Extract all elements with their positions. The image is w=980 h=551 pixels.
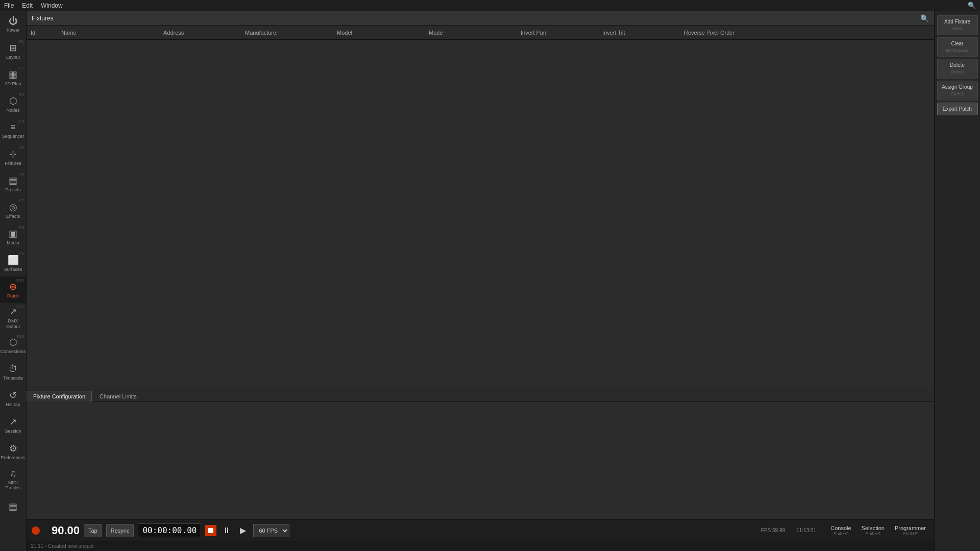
add-fixture-shortcut: Alt+A	[940, 26, 975, 32]
sidebar-item-session[interactable]: ↗ Session	[0, 412, 26, 439]
col-header-address: Address	[159, 30, 241, 36]
sidebar-item-fixtures[interactable]: F5 ⊹ Fixtures	[0, 144, 26, 170]
sidebar-item-connections[interactable]: F12 ⬡ Connections	[0, 333, 26, 359]
menu-file[interactable]: File	[4, 2, 14, 9]
programmer-button[interactable]: Programmer Shift+P	[892, 524, 929, 537]
menu-window[interactable]: Window	[41, 2, 63, 9]
clear-button[interactable]: Clear Backspace	[937, 37, 978, 57]
sidebar-item-preferences[interactable]: ⚙ Preferences	[0, 439, 26, 465]
sidebar-item-power[interactable]: ⏻ Power	[0, 11, 26, 38]
history-icon: ↺	[9, 390, 17, 401]
fps-info: FPS 59.99	[761, 528, 785, 533]
midiprofiles-icon: ♫	[10, 468, 17, 479]
tab-fixture-configuration[interactable]: Fixture Configuration	[27, 391, 92, 402]
bottom-content	[27, 402, 934, 519]
add-fixture-label: Add Fixture	[944, 19, 970, 24]
sidebar-label-sequencer: Sequencer	[2, 134, 24, 139]
add-fixture-button[interactable]: Add Fixture Alt+A	[937, 15, 978, 35]
effects-icon: ◎	[9, 202, 17, 213]
sidebar-label-midiprofiles: MIDI Profiles	[1, 480, 25, 491]
stop-button[interactable]	[205, 525, 216, 536]
sidebar-label-fixtures: Fixtures	[5, 161, 21, 166]
play-icon: ▶	[240, 525, 246, 535]
sidebar-item-surfaces[interactable]: F9 ⬜ Surfaces	[0, 250, 26, 277]
delete-label: Delete	[950, 62, 965, 68]
sidebar: ⏻ Power F1 ⊞ Layout F2 ▦ 2D Plan F3 ⬡ No…	[0, 11, 27, 551]
col-header-model: Model	[333, 30, 425, 36]
sidebar-item-2dplan[interactable]: F2 ▦ 2D Plan	[0, 64, 26, 91]
sidebar-item-history[interactable]: ↺ History	[0, 386, 26, 412]
sidebar-item-effects[interactable]: F7 ◎ Effects	[0, 197, 26, 223]
surfaces-icon: ⬜	[8, 255, 19, 266]
resync-button[interactable]: Resync	[106, 524, 134, 537]
sidebar-item-midiprofiles[interactable]: ♫ MIDI Profiles	[0, 465, 26, 494]
page-title: Fixtures	[32, 15, 54, 22]
sidebar-label-patch: Patch	[7, 293, 19, 299]
timecode-icon: ⏱	[9, 364, 18, 374]
col-header-id: Id	[27, 30, 57, 36]
sidebar-label-nodes: Nodes	[6, 108, 19, 113]
bottom-tabs: Fixture Configuration Channel Limits	[27, 387, 934, 402]
pause-button[interactable]: ⏸	[220, 524, 233, 537]
sidebar-label-dmxoutput: DMX Output	[1, 318, 25, 330]
assign-group-label: Assign Group	[942, 84, 973, 90]
right-panel: Add Fixture Alt+A Clear Backspace Delete…	[934, 11, 980, 551]
search-icon[interactable]: 🔍	[920, 14, 929, 22]
menu-edit[interactable]: Edit	[22, 2, 33, 9]
content-area: Fixtures 🔍 Id Name Address Manufacturer …	[27, 11, 934, 551]
table-area: Id Name Address Manufacturer Model Mode …	[27, 26, 934, 387]
sidebar-item-patch[interactable]: F10 ⊛ Patch	[0, 277, 26, 303]
col-header-manufacturer: Manufacturer	[241, 30, 333, 36]
sidebar-item-extra[interactable]: ▤	[0, 494, 26, 520]
sidebar-label-presets: Presets	[5, 187, 21, 193]
sidebar-item-nodes[interactable]: F3 ⬡ Nodes	[0, 91, 26, 117]
col-header-mode: Mode	[425, 30, 517, 36]
export-patch-label: Export Patch	[943, 106, 972, 112]
preferences-icon: ⚙	[9, 443, 17, 454]
sidebar-item-presets[interactable]: F6 ▤ Presets	[0, 170, 26, 197]
extra-icon: ▤	[9, 501, 17, 512]
console-button[interactable]: Console Shift+C	[827, 524, 854, 537]
sidebar-label-surfaces: Surfaces	[4, 267, 22, 272]
time-info: 11:13:01	[796, 528, 816, 533]
sidebar-label-connections: Connections	[0, 349, 26, 355]
col-header-invert-tilt: Invert Tilt	[598, 30, 680, 36]
sidebar-label-timecode: Timecode	[3, 375, 23, 381]
sidebar-item-layout[interactable]: F1 ⊞ Layout	[0, 38, 26, 64]
sidebar-item-timecode[interactable]: ⏱ Timecode	[0, 359, 26, 386]
transport-bar: 90.00 Tap Resync 00:00:00.00 ⏸ ▶ 24 FPS2…	[27, 519, 934, 541]
play-button[interactable]: ▶	[237, 524, 249, 537]
sidebar-label-effects: Effects	[6, 214, 20, 219]
record-indicator	[32, 527, 40, 535]
fixtures-icon: ⊹	[9, 148, 17, 160]
bpm-display: 90.00	[44, 524, 80, 537]
2dplan-icon: ▦	[9, 69, 17, 80]
delete-button[interactable]: Delete Delete	[937, 59, 978, 79]
stop-icon	[208, 528, 213, 533]
col-header-invert-pan: Invert Pan	[517, 30, 598, 36]
selection-button[interactable]: Selection Shift+S	[859, 524, 888, 537]
sidebar-item-sequencer[interactable]: F4 ≡ Sequencer	[0, 117, 26, 144]
main-area: ⏻ Power F1 ⊞ Layout F2 ▦ 2D Plan F3 ⬡ No…	[0, 11, 980, 551]
dmxoutput-icon: ↗	[9, 306, 17, 317]
export-patch-button[interactable]: Export Patch	[937, 103, 978, 115]
search-icon-menu[interactable]: 🔍	[968, 2, 976, 9]
layout-icon: ⊞	[9, 42, 17, 54]
title-bar: Fixtures 🔍	[27, 11, 934, 26]
tap-button[interactable]: Tap	[84, 524, 102, 537]
timecode-display: 00:00:00.00	[138, 523, 201, 537]
status-bar: 11:11 - Created new project	[27, 541, 934, 551]
clear-shortcut: Backspace	[940, 48, 975, 54]
tab-channel-limits[interactable]: Channel Limits	[93, 391, 143, 402]
sidebar-label-layout: Layout	[6, 55, 20, 60]
table-body	[27, 40, 934, 387]
sidebar-label-power: Power	[7, 28, 20, 33]
status-message: 11:11 - Created new project	[31, 543, 93, 549]
delete-shortcut: Delete	[940, 69, 975, 76]
connections-icon: ⬡	[9, 337, 17, 348]
assign-group-button[interactable]: Assign Group Ctrl+G	[937, 81, 978, 101]
fps-select[interactable]: 24 FPS25 FPS30 FPS48 FPS50 FPS60 FPS	[253, 524, 289, 537]
col-header-reverse-pixel: Reverse Pixel Order	[680, 30, 934, 36]
sidebar-item-media[interactable]: F8 ▣ Media	[0, 223, 26, 250]
sidebar-item-dmxoutput[interactable]: F11 ↗ DMX Output	[0, 303, 26, 333]
